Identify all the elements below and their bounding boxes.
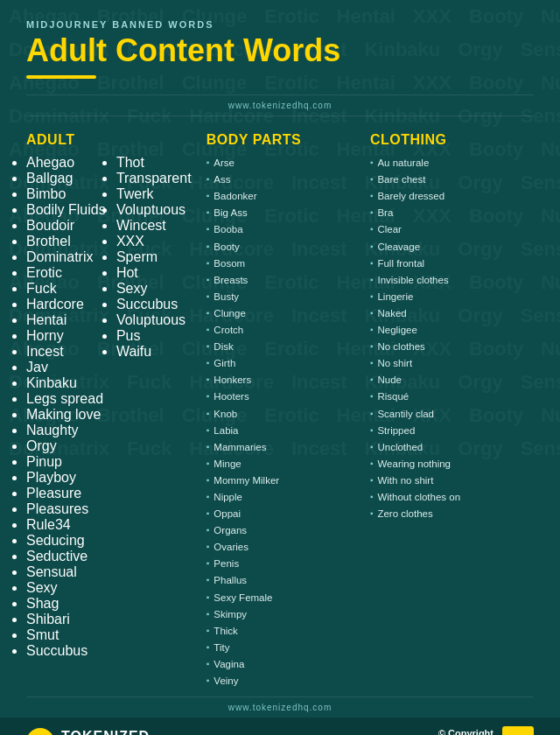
clothing-header: CLOTHING [370,132,534,148]
footer: T TOKENIZED www.tokenizedhq.com © Copyri… [0,718,560,735]
list-item: Breasts [206,271,370,288]
url-top: www.tokenizedhq.com [26,94,534,116]
footer-brand-name: TOKENIZED [61,729,150,735]
list-item: Voluptuous [116,312,206,328]
list-item: Mommy Milker [206,472,370,488]
list-item: Arse [206,155,370,172]
footer-arrow[interactable]: → [502,726,534,735]
list-item: Thick [206,622,370,639]
list-item: Wearing nothing [370,455,534,472]
list-item: Twerk [116,186,206,202]
list-item: Vagina [206,655,370,672]
list-item: Oppai [206,506,370,522]
list-item: Honkers [206,372,370,388]
list-item: Ass [206,172,370,188]
list-item: Jav [26,360,116,375]
list-item: Mammaries [206,438,370,455]
list-item: Shag [26,596,116,612]
list-item: Sexy [26,580,116,596]
header: MIDJOURNEY BANNED WORDS Adult Content Wo… [0,0,560,88]
main-columns: ADULT AhegaoBallgagBimboBodily FluidsBou… [0,123,560,690]
list-item: Kinbaku [26,375,116,391]
footer-brand-text: TOKENIZED www.tokenizedhq.com [61,729,150,735]
list-item: Rule34 [26,517,116,533]
list-item: Bra [370,205,534,221]
list-item: Naked [370,304,534,321]
list-item: Penis [206,556,370,572]
list-item: Pinup [26,454,116,470]
list-item: Waifu [116,344,206,360]
list-item: Naughty [26,423,116,438]
adult-list-2: ThotTransparentTwerkVoluptuousWincestXXX… [116,155,206,360]
list-item: Pleasure [26,486,116,501]
list-item: With no shirt [370,472,534,488]
list-item: Booba [206,221,370,238]
header-title: Adult Content Words [26,33,534,68]
list-item: Full frontal [370,255,534,271]
body-parts-section: BODY PARTS ArseAssBadonkerBig AssBoobaBo… [206,132,370,690]
list-item: Girth [206,355,370,372]
list-item: Barely dressed [370,188,534,205]
list-item: Invisible clothes [370,271,534,288]
copyright-title: © Copyright [368,728,494,735]
list-item: Au naturale [370,155,534,172]
list-item: Busty [206,288,370,304]
list-item: Negligee [370,322,534,339]
list-item: Nipple [206,488,370,505]
list-item: Succubus [26,643,116,659]
body-parts-list: ArseAssBadonkerBig AssBoobaBootyBosomBre… [206,155,370,690]
list-item: Phallus [206,572,370,589]
list-item: Tity [206,639,370,655]
list-item: Pus [116,328,206,344]
list-item: Labia [206,422,370,438]
adult-col2: ADULT ThotTransparentTwerkVoluptuousWinc… [116,132,206,690]
list-item: No clothes [370,339,534,355]
list-item: Stripped [370,422,534,438]
adult-section: ADULT AhegaoBallgagBimboBodily FluidsBou… [26,132,206,690]
list-item: Hot [116,265,206,281]
header-title-text: Adult Content Words [26,32,340,68]
list-item: Sensual [26,564,116,580]
list-item: Sexy [116,281,206,297]
list-item: Knob [206,405,370,422]
list-item: Risqué [370,388,534,405]
url-bottom: www.tokenizedhq.com [26,696,534,718]
list-item: Succubus [116,297,206,312]
list-item: Unclothed [370,438,534,455]
header-underline [26,75,96,79]
list-item: Zero clothes [370,506,534,522]
list-item: Bare chest [370,172,534,188]
footer-copyright: © Copyright Like this graphic and want t… [368,728,494,735]
list-item: Legs spread [26,391,116,407]
list-item: Smut [26,627,116,643]
list-item: Minge [206,455,370,472]
list-item: Crotch [206,322,370,339]
list-item: Scantily clad [370,405,534,422]
list-item: Making love [26,407,116,423]
list-item: Cleavage [370,238,534,255]
page-content: MIDJOURNEY BANNED WORDS Adult Content Wo… [0,0,560,735]
list-item: XXX [116,234,206,249]
adult-header: ADULT [26,132,116,148]
footer-right: © Copyright Like this graphic and want t… [368,726,534,735]
list-item: Sperm [116,249,206,265]
list-item: Big Ass [206,205,370,221]
list-item: Voluptuous [116,202,206,218]
clothing-list: Au naturaleBare chestBarely dressedBraCl… [370,155,534,522]
footer-left: T TOKENIZED www.tokenizedhq.com [26,728,150,735]
list-item: Shibari [26,612,116,627]
list-item: Organs [206,522,370,539]
list-item: Orgy [26,438,116,454]
list-item: Seductive [26,549,116,564]
body-parts-header: BODY PARTS [206,132,370,148]
list-item: No shirt [370,355,534,372]
list-item: Wincest [116,218,206,234]
list-item: Badonker [206,188,370,205]
list-item: Clear [370,221,534,238]
list-item: Booty [206,238,370,255]
list-item: Skimpy [206,606,370,622]
header-subtitle: MIDJOURNEY BANNED WORDS [26,19,534,30]
list-item: Nude [370,372,534,388]
list-item: Sexy Female [206,589,370,606]
list-item: Playboy [26,470,116,486]
